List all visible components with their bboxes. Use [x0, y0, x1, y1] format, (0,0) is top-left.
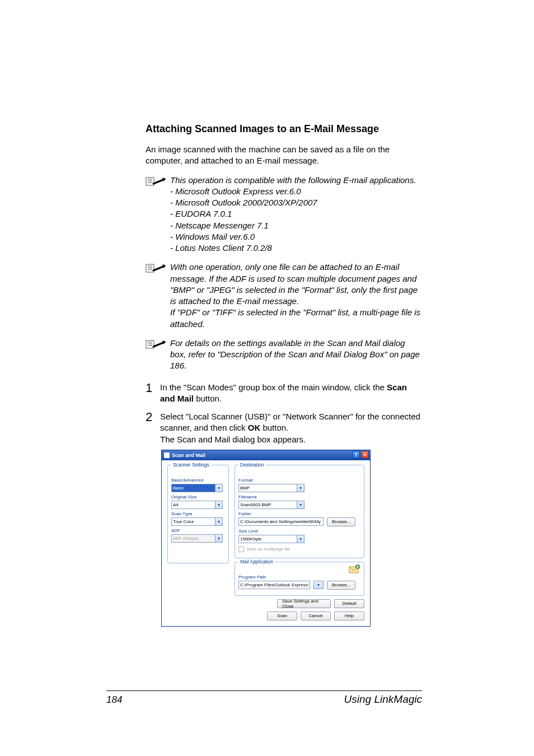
format-value: BMP	[240, 486, 250, 491]
scantype-value: True Color	[173, 519, 194, 524]
progpath-browse-button[interactable]: Browse...	[327, 581, 355, 590]
adf-value: ADF (Single)	[173, 536, 199, 541]
chevron-down-icon: ▾	[215, 535, 222, 542]
chevron-down-icon: ▾	[314, 581, 323, 589]
step-2: 2 Select "Local Scanner (USB)" or "Netwo…	[146, 409, 422, 445]
note1-item-1: - Microsoft Outlook 2000/2003/XP/2007	[170, 197, 422, 208]
folder-value: C:\Documents and Settings\winller06\My D…	[240, 519, 322, 524]
chevron-down-icon: ▾	[215, 484, 222, 492]
multipage-checkbox	[238, 547, 244, 552]
format-combo[interactable]: BMP▾	[238, 484, 305, 492]
note-icon	[146, 263, 166, 274]
origsize-label: Original Size	[171, 494, 225, 500]
app-icon	[164, 452, 170, 458]
help-button[interactable]: ?	[352, 451, 360, 459]
note1-item-4: - Windows Mail ver.6.0	[170, 231, 422, 242]
sizelimit-label: Size Limit	[238, 529, 360, 534]
chevron-down-icon: ▾	[297, 484, 304, 492]
intro-text: An image scanned with the machine can be…	[146, 144, 422, 167]
step-1: 1 In the "Scan Modes" group box of the m…	[146, 380, 422, 405]
note1-item-3: - Netscape Messenger 7.1	[170, 220, 422, 231]
chevron-down-icon: ▾	[215, 501, 222, 508]
note-details: For details on the settings available in…	[146, 338, 422, 372]
step2-c: button.	[260, 423, 288, 432]
multipage-label: Save as multipage file	[246, 547, 290, 552]
folder-browse-button[interactable]: Browse...	[327, 517, 355, 526]
progpath-label: Program Path	[238, 575, 360, 580]
scantype-label: Scan Type	[171, 511, 225, 516]
step2-num: 2	[146, 409, 160, 426]
step2-b: OK	[248, 423, 261, 432]
adf-label: ADF	[171, 528, 225, 533]
note-oneop: With one operation, only one file can be…	[146, 262, 422, 330]
note-compat: This operation is compatible with the fo…	[146, 175, 422, 254]
help-dialog-button[interactable]: Help	[334, 612, 364, 620]
mail-icon	[348, 564, 360, 575]
origsize-combo[interactable]: A4▾	[171, 501, 223, 509]
scan-button[interactable]: Scan	[267, 612, 297, 620]
close-button[interactable]: ×	[361, 451, 369, 459]
filename-combo[interactable]: Scan0003.BMP▾	[238, 501, 305, 509]
step2-a: Select "Local Scanner (USB)" or "Network…	[160, 412, 420, 432]
save-settings-button[interactable]: Save Settings and Close	[277, 599, 331, 608]
sizelimit-value: 1500Kbyte	[240, 536, 261, 542]
progpath-combo[interactable]: ▾	[313, 581, 324, 589]
filename-label: Filename	[238, 494, 360, 500]
destination-group: Destination Format BMP▾ Filename Scan000…	[235, 465, 364, 558]
step1-a: In the "Scan Modes" group box of the mai…	[160, 382, 387, 392]
scantype-combo[interactable]: True Color▾	[171, 517, 223, 526]
note2-p2: If "PDF" or "TIFF" is selected in the "F…	[170, 307, 422, 330]
note1-item-5: - Lotus Notes Client 7.0.2/8	[170, 242, 422, 254]
note-icon	[146, 339, 166, 350]
scanner-settings-legend: Scanner Settings	[171, 462, 211, 468]
adf-combo: ADF (Single)▾	[171, 534, 223, 543]
progpath-value: C:\Program Files\Outlook Express\msimn.e…	[240, 582, 308, 587]
mail-app-legend: Mail Application	[238, 559, 275, 564]
basicadv-label: Basic/Advanced	[171, 478, 225, 483]
step1-num: 1	[146, 380, 160, 396]
note1-item-2: - EUDORA 7.0.1	[170, 208, 422, 220]
cancel-button[interactable]: Cancel	[301, 612, 331, 620]
origsize-value: A4	[173, 502, 179, 507]
dialog-titlebar[interactable]: Scan and Mail ? ×	[162, 450, 370, 460]
section-heading: Attaching Scanned Images to an E-Mail Me…	[146, 123, 422, 135]
step2-d: The Scan and Mail dialog box appears.	[160, 434, 422, 445]
folder-label: Folder	[238, 511, 360, 516]
scan-and-mail-dialog: Scan and Mail ? × Scanner Settings Basic…	[161, 450, 371, 627]
format-label: Format	[238, 478, 360, 483]
note-icon	[146, 176, 166, 187]
dialog-title: Scan and Mail	[172, 452, 205, 458]
page-number: 184	[106, 694, 122, 706]
sizelimit-combo[interactable]: 1500Kbyte▾	[238, 535, 305, 543]
mail-app-group: Mail Application Program Path C:\Program…	[235, 562, 364, 596]
chevron-down-icon: ▾	[297, 535, 304, 543]
scanner-settings-group: Scanner Settings Basic/Advanced Basic▾ O…	[167, 465, 229, 563]
progpath-input[interactable]: C:\Program Files\Outlook Express\msimn.e…	[238, 581, 310, 589]
note1-lead: This operation is compatible with the fo…	[170, 175, 422, 186]
filename-value: Scan0003.BMP	[240, 502, 271, 507]
page-footer: 184 Using LinkMagic	[106, 690, 422, 706]
note2-p1: With one operation, only one file can be…	[170, 262, 422, 307]
chevron-down-icon: ▾	[297, 501, 304, 508]
footer-section: Using LinkMagic	[344, 693, 422, 706]
note1-item-0: - Microsoft Outlook Express ver.6.0	[170, 186, 422, 197]
destination-legend: Destination	[238, 462, 266, 468]
chevron-down-icon: ▾	[215, 518, 222, 525]
default-button[interactable]: Default	[334, 599, 364, 608]
basicadv-value: Basic	[173, 486, 184, 491]
basicadv-combo[interactable]: Basic▾	[171, 484, 223, 492]
step1-c: button.	[194, 394, 222, 403]
folder-input[interactable]: C:\Documents and Settings\winller06\My D…	[238, 517, 324, 526]
note3-text: For details on the settings available in…	[170, 338, 422, 372]
